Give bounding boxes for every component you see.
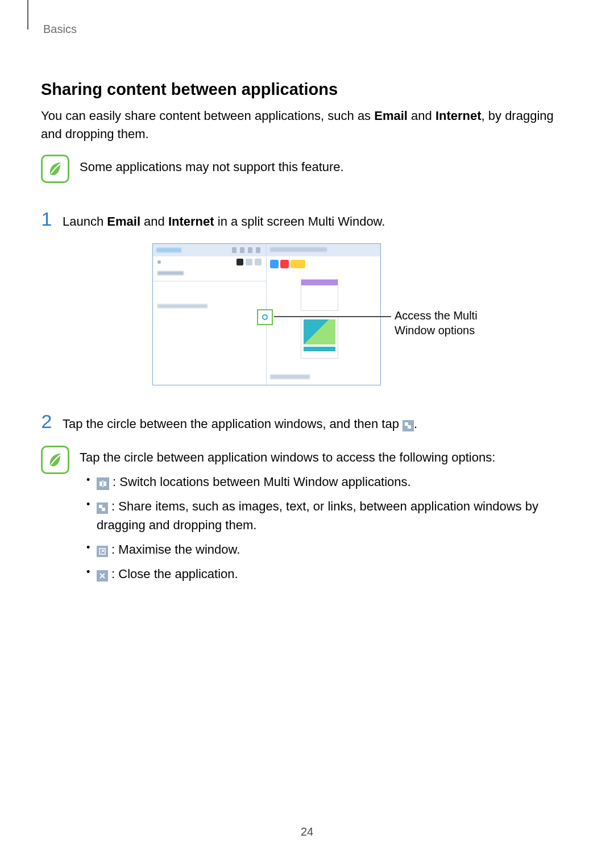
step1-bold-internet: Internet xyxy=(168,214,214,229)
step1-post: in a split screen Multi Window. xyxy=(214,214,385,229)
switch-windows-icon xyxy=(97,477,109,490)
step-2-text: Tap the circle between the application w… xyxy=(63,412,417,433)
option-maximise: : Maximise the window. xyxy=(86,540,567,559)
lead-paragraph: You can easily share content between app… xyxy=(41,107,567,143)
maximise-icon xyxy=(97,546,108,557)
lead-mid: and xyxy=(408,109,435,123)
option-close: : Close the application. xyxy=(86,564,567,583)
callout-line xyxy=(274,316,391,317)
step1-pre: Launch xyxy=(63,214,107,229)
svg-rect-4 xyxy=(103,481,106,486)
figure-multiwindow: Access the Multi Window options xyxy=(41,243,567,391)
lead-pre: You can easily share content between app… xyxy=(41,109,374,123)
thumb-card-2 xyxy=(301,317,338,359)
option-share: : Share items, such as images, text, or … xyxy=(86,497,567,534)
svg-rect-3 xyxy=(99,481,102,486)
option-maximise-text: : Maximise the window. xyxy=(108,542,240,556)
multiwindow-handle[interactable] xyxy=(257,309,273,325)
step-1-text: Launch Email and Internet in a split scr… xyxy=(63,209,385,231)
leaf-icon xyxy=(47,160,64,177)
step2-pre: Tap the circle between the application w… xyxy=(63,417,403,431)
callout-label: Access the Multi Window options xyxy=(395,308,497,338)
lead-bold-internet: Internet xyxy=(435,109,482,123)
page-number: 24 xyxy=(0,825,614,838)
step1-bold-email: Email xyxy=(107,214,140,229)
section-title: Sharing content between applications xyxy=(41,80,567,99)
share-content-icon xyxy=(403,420,414,431)
note-leaf-icon xyxy=(41,155,69,183)
step2-post: . xyxy=(414,417,417,431)
note-leaf-icon-2 xyxy=(41,446,69,474)
manual-page: Basics Sharing content between applicati… xyxy=(0,0,614,868)
breadcrumb: Basics xyxy=(43,23,567,36)
note-row: Some applications may not support this f… xyxy=(41,155,567,183)
email-topbar xyxy=(153,244,266,256)
step1-mid: and xyxy=(140,214,168,229)
svg-point-0 xyxy=(263,315,267,319)
email-pane xyxy=(153,244,267,385)
info-block: Tap the circle between application windo… xyxy=(41,446,567,589)
step-2: 2 Tap the circle between the application… xyxy=(41,412,567,433)
note-text: Some applications may not support this f… xyxy=(80,155,344,176)
step-1: 1 Launch Email and Internet in a split s… xyxy=(41,209,567,231)
leaf-icon xyxy=(47,451,64,468)
header-rule xyxy=(27,0,28,30)
share-content-icon xyxy=(97,502,108,514)
step-1-number: 1 xyxy=(41,209,52,229)
thumb-card-1 xyxy=(301,279,338,311)
info-intro: Tap the circle between application windo… xyxy=(80,448,567,467)
step-2-number: 2 xyxy=(41,412,52,431)
info-body: Tap the circle between application windo… xyxy=(80,446,567,589)
handle-dot-icon xyxy=(262,314,268,321)
option-close-text: : Close the application. xyxy=(108,567,238,581)
option-switch: : Switch locations between Multi Window … xyxy=(86,472,567,491)
internet-pane xyxy=(267,244,380,385)
internet-topbar xyxy=(267,244,380,256)
lead-bold-email: Email xyxy=(374,109,408,123)
option-switch-text: : Switch locations between Multi Window … xyxy=(109,475,411,489)
options-list: : Switch locations between Multi Window … xyxy=(80,472,567,583)
close-icon xyxy=(97,570,108,582)
option-share-text: : Share items, such as images, text, or … xyxy=(97,499,538,532)
browser-color-dots xyxy=(267,256,380,271)
